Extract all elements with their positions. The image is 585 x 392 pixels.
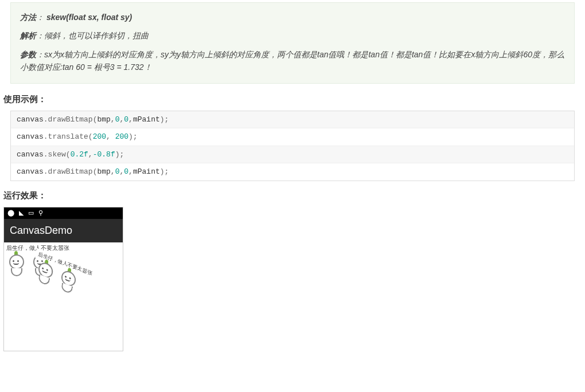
info-box: 方法： skew(float sx, float sy) 解析：倾斜，也可以译作… [10,2,575,84]
status-icon: ⬤ [7,209,14,217]
method-label: 方法 [20,13,36,22]
status-icon: ⚲ [38,209,43,217]
code-block: canvas.drawBitmap(bmp,0,0,mPaint); canva… [10,111,575,181]
character-icon [6,253,29,279]
code-line-1: canvas.drawBitmap(bmp,0,0,mPaint); [11,111,574,129]
app-title: CanvasDemo [10,225,72,236]
code-line-3: canvas.skew(0.2f,-0.8f); [11,146,574,164]
params-label: 参数 [20,50,36,59]
code-line-4: canvas.drawBitmap(bmp,0,0,mPaint); [11,163,574,181]
analysis-text: 倾斜，也可以译作斜切，扭曲 [44,31,149,40]
app-title-bar: CanvasDemo [4,219,123,242]
result-screenshot: ⬤ ◣ ▭ ⚲ CanvasDemo 后生仔，做人不要太嚣张 后生仔，做人不要太… [3,207,123,351]
method-line: 方法： skew(float sx, float sy) [20,11,565,23]
status-icon: ◣ [19,209,24,217]
analysis-label: 解析 [20,31,36,40]
code-line-2: canvas.translate(200, 200); [11,128,574,146]
canvas-area: 后生仔，做人不要太嚣张 后生仔，做人不要太嚣张 [4,242,123,351]
params-line: 参数：sx为x轴方向上倾斜的对应角度，sy为y轴方向上倾斜的对应角度，两个值都是… [20,48,565,74]
status-icon: ▭ [28,209,34,217]
result-heading: 运行效果： [3,190,585,201]
android-status-bar: ⬤ ◣ ▭ ⚲ [4,207,123,219]
example-heading: 使用示例： [3,94,585,105]
analysis-line: 解析：倾斜，也可以译作斜切，扭曲 [20,29,565,42]
method-signature: skew(float sx, float sy) [46,13,132,22]
params-text: sx为x轴方向上倾斜的对应角度，sy为y轴方向上倾斜的对应角度，两个值都是tan… [20,50,564,72]
